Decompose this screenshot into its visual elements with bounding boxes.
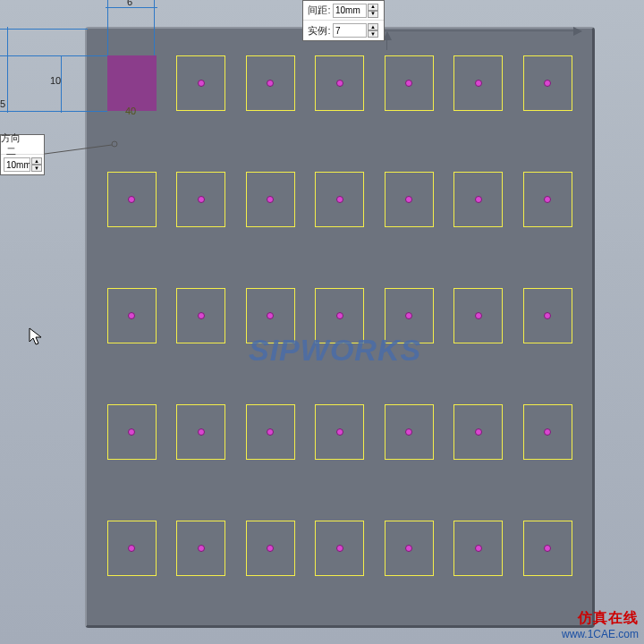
pattern-cell[interactable] xyxy=(453,172,503,227)
center-dot xyxy=(128,428,135,436)
center-dot xyxy=(336,80,343,87)
footer-url: www.1CAE.com xyxy=(562,628,639,640)
footer-watermark: 仿真在线 www.1CAE.com xyxy=(562,609,639,640)
svg-line-0 xyxy=(45,145,112,154)
pattern-cell[interactable] xyxy=(176,404,225,460)
center-dot xyxy=(544,196,551,203)
pattern-cell[interactable] xyxy=(523,521,572,576)
pattern-row-1 xyxy=(87,55,592,111)
center-dot xyxy=(267,196,274,203)
pattern-cell[interactable] xyxy=(107,521,157,576)
center-dot xyxy=(475,545,482,552)
center-dot xyxy=(198,428,205,436)
center-dot xyxy=(267,312,274,319)
direction-1-arrow[interactable] xyxy=(385,30,581,31)
watermark-text: SIPWORKS xyxy=(249,333,421,368)
count-label: 实例: xyxy=(306,24,333,38)
pattern-cell[interactable] xyxy=(176,55,225,111)
extension-line xyxy=(0,29,88,30)
pattern-cell[interactable] xyxy=(523,404,572,460)
leader-line xyxy=(45,143,125,179)
center-dot xyxy=(405,428,412,436)
dimension-horizontal[interactable]: 6 xyxy=(127,0,132,7)
pattern-cell[interactable] xyxy=(176,172,225,227)
pattern-cell[interactable] xyxy=(315,521,364,576)
spinner-down-icon[interactable]: ▼ xyxy=(368,30,378,38)
center-dot xyxy=(128,312,135,319)
pattern-cell[interactable] xyxy=(107,404,157,460)
spacing-input-2[interactable] xyxy=(4,157,30,172)
pattern-cell[interactable] xyxy=(453,288,503,343)
center-dot xyxy=(475,428,482,436)
pattern-cell[interactable] xyxy=(176,288,225,343)
pattern-cell[interactable] xyxy=(107,288,157,343)
spinner-up-icon[interactable]: ▲ xyxy=(31,157,42,165)
pattern-cell[interactable] xyxy=(246,404,295,460)
extension-line xyxy=(0,55,107,56)
seed-cell[interactable] xyxy=(107,55,157,111)
direction-2-panel[interactable]: 方向二 ▲ ▼ xyxy=(0,134,45,175)
dimension-line[interactable] xyxy=(7,27,8,113)
pattern-cell[interactable] xyxy=(176,521,225,576)
pattern-cell[interactable] xyxy=(385,404,434,460)
pattern-cell[interactable] xyxy=(385,521,434,576)
pattern-cell[interactable] xyxy=(453,521,503,576)
pattern-cell[interactable] xyxy=(453,404,503,460)
pattern-cell[interactable] xyxy=(523,55,572,111)
extension-line xyxy=(0,111,107,112)
center-dot xyxy=(198,196,205,203)
spacing-input[interactable] xyxy=(333,4,367,18)
pattern-cell[interactable] xyxy=(523,172,572,227)
center-dot xyxy=(544,428,551,436)
extension-line xyxy=(107,0,108,55)
center-dot xyxy=(267,545,274,552)
center-dot xyxy=(336,545,343,552)
center-dot xyxy=(544,80,551,87)
center-dot xyxy=(405,196,412,203)
pattern-cell[interactable] xyxy=(315,55,364,111)
center-dot xyxy=(475,196,482,203)
direction-1-origin xyxy=(386,32,387,50)
count-input[interactable] xyxy=(333,23,367,38)
center-dot xyxy=(267,428,274,436)
direction-1-panel[interactable]: 间距: ▲ ▼ 实例: ▲ ▼ xyxy=(302,0,385,41)
center-dot xyxy=(336,196,343,203)
center-dot xyxy=(128,196,135,203)
center-dot xyxy=(405,545,412,552)
pattern-cell[interactable] xyxy=(246,55,295,111)
spinner-down-icon[interactable]: ▼ xyxy=(31,165,42,172)
center-dot xyxy=(128,545,135,552)
spinner-down-icon[interactable]: ▼ xyxy=(368,11,378,18)
center-dot xyxy=(544,312,551,319)
center-dot xyxy=(405,80,412,87)
pattern-cell[interactable] xyxy=(246,521,295,576)
pattern-cell[interactable] xyxy=(315,172,364,227)
center-dot xyxy=(405,312,412,319)
dimension-vertical[interactable]: 10 xyxy=(50,75,61,86)
center-dot xyxy=(544,545,551,552)
extension-line xyxy=(154,0,155,55)
workplate-surface[interactable] xyxy=(85,27,595,628)
pattern-cell[interactable] xyxy=(523,288,572,343)
pattern-cell[interactable] xyxy=(385,172,434,227)
dimension-origin[interactable]: 40 xyxy=(125,106,136,116)
center-dot xyxy=(475,80,482,87)
center-dot xyxy=(198,312,205,319)
spacing-spinner[interactable]: ▲ ▼ xyxy=(368,4,378,18)
pattern-cell[interactable] xyxy=(246,172,295,227)
spacing-label: 间距: xyxy=(306,4,333,17)
pattern-cell[interactable] xyxy=(107,172,157,227)
pattern-row-4 xyxy=(87,404,592,460)
footer-title: 仿真在线 xyxy=(562,609,639,628)
pattern-cell[interactable] xyxy=(315,404,364,460)
spacing-2-spinner[interactable]: ▲ ▼ xyxy=(31,157,42,172)
center-dot xyxy=(198,545,205,552)
count-spinner[interactable]: ▲ ▼ xyxy=(368,23,378,38)
pattern-cell[interactable] xyxy=(453,55,503,111)
pattern-row-5 xyxy=(87,521,592,576)
spinner-up-icon[interactable]: ▲ xyxy=(368,4,378,11)
pattern-cell[interactable] xyxy=(385,55,434,111)
dimension-vertical-2[interactable]: 5 xyxy=(0,98,5,109)
dimension-line[interactable] xyxy=(106,7,157,8)
spinner-up-icon[interactable]: ▲ xyxy=(368,23,378,30)
